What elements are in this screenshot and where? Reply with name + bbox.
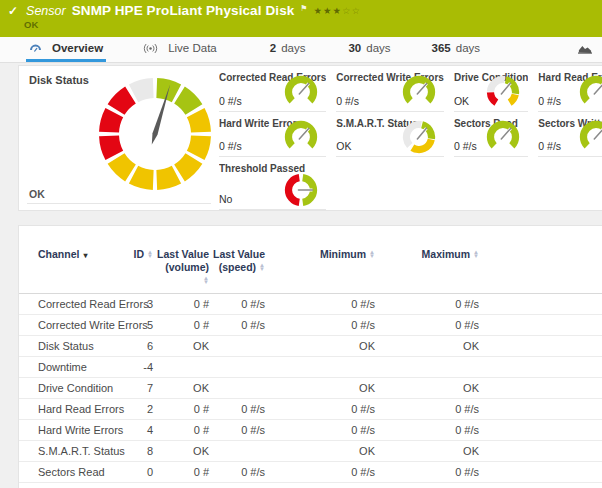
tile-gauge [579, 75, 602, 109]
filler-cell [481, 420, 602, 441]
flag-icon[interactable]: ⚑ [300, 4, 307, 13]
channel-row-hard-write-errors[interactable]: Hard Write Errors40 #0 #/s0 #/s0 #/s [19, 420, 602, 441]
column-header-channel[interactable]: Channel▾ [19, 242, 123, 294]
channel-value-cell: 0 # [155, 399, 211, 420]
filler-cell [481, 315, 602, 336]
channel-value-cell [267, 357, 377, 378]
primary-channel-value: OK [29, 188, 45, 200]
tab-365-days[interactable]: 365days [424, 37, 483, 62]
channel-row-sectors-read[interactable]: Sectors Read00 #0 #/s0 #/s0 #/s [19, 462, 602, 483]
channel-row-corrected-write-errors[interactable]: Corrected Write Errors50 #0 #/s0 #/s0 #/… [19, 315, 602, 336]
sort-both-icon: ▲▼ [259, 263, 265, 272]
channel-gauge-tile-drive-condition[interactable]: Drive Condition OK [454, 66, 528, 112]
gauge-icon [29, 43, 42, 54]
channel-value-cell: 2 [123, 399, 155, 420]
channel-row-disk-status[interactable]: Disk Status6OKOKOK [19, 336, 602, 357]
sort-both-icon: ▲▼ [473, 250, 479, 259]
tab-live-data[interactable]: Live Data [140, 37, 220, 62]
channel-gauge-tile-threshold-passed[interactable]: Threshold Passed No [219, 157, 326, 210]
channel-row-drive-condition[interactable]: Drive Condition7OKOKOK [19, 378, 602, 399]
channel-value-cell: 0 #/s [211, 462, 267, 483]
channel-row-downtime[interactable]: Downtime-4 [19, 357, 602, 378]
tile-channel-value: 0 #/s [538, 140, 561, 152]
filler-cell [481, 399, 602, 420]
channel-value-cell: OK [155, 378, 211, 399]
filler-cell [481, 441, 602, 462]
channel-value-cell: 0 #/s [267, 420, 377, 441]
channel-gauge-tile-sectors-read[interactable]: Sectors Read 0 #/s [454, 112, 528, 157]
channel-value-cell [377, 357, 481, 378]
channel-value-cell: 0 #/s [377, 399, 481, 420]
filler-cell [481, 483, 602, 488]
tab-2-days[interactable]: 2days [262, 37, 309, 62]
channel-name-cell[interactable]: Corrected Write Errors [19, 315, 123, 336]
channel-name-cell[interactable]: Drive Condition [19, 378, 123, 399]
sort-both-icon: ▲▼ [203, 276, 209, 285]
channel-row-s-m-a-r-t-status[interactable]: S.M.A.R.T. Status8OKOKOK [19, 441, 602, 462]
channel-name-cell[interactable]: Disk Status [19, 336, 123, 357]
channel-row-hard-read-errors[interactable]: Hard Read Errors20 #0 #/s0 #/s0 #/s [19, 399, 602, 420]
channel-value-cell: 1 [123, 483, 155, 488]
column-header-last-value-volume-[interactable]: Last Value (volume)▲▼ [155, 242, 211, 294]
channel-name-cell[interactable]: Downtime [19, 357, 123, 378]
tile-gauge [402, 75, 436, 109]
channel-gauge-tile-sectors-written[interactable]: Sectors Written 0 #/s [538, 112, 602, 157]
column-header-id[interactable]: ID▲▼ [123, 242, 155, 294]
channel-gauge-tile-hard-read-errors[interactable]: Hard Read Errors 0 #/s [538, 66, 602, 112]
channel-value-cell: 0 #/s [377, 420, 481, 441]
channel-name-cell[interactable]: Sectors Written [19, 483, 123, 488]
column-header-minimum[interactable]: Minimum▲▼ [267, 242, 377, 294]
channel-value-cell: 0 [123, 462, 155, 483]
tab-30-days[interactable]: 30days [340, 37, 393, 62]
tile-gauge [284, 173, 318, 207]
channel-table: Channel▾ID▲▼Last Value (volume)▲▼Last Va… [19, 242, 602, 488]
tab-overview[interactable]: Overview [26, 37, 106, 62]
channel-name-cell[interactable]: Corrected Read Errors [19, 294, 123, 315]
filler-cell [481, 462, 602, 483]
sensor-status-text: OK [24, 19, 594, 30]
channel-value-cell: 0 # [155, 294, 211, 315]
tile-channel-value: No [219, 193, 232, 205]
channel-value-cell: 0 # [155, 462, 211, 483]
tile-gauge [284, 120, 318, 154]
channel-gauge-tile-s-m-a-r-t-status[interactable]: S.M.A.R.T. Status OK [336, 112, 444, 157]
tile-channel-value: OK [454, 95, 469, 107]
column-header-last-value-speed-[interactable]: Last Value (speed)▲▼ [211, 242, 267, 294]
stars-empty[interactable]: ☆☆ [342, 5, 361, 16]
tile-channel-value: 0 #/s [336, 95, 359, 107]
channel-gauge-tile-corrected-read-errors[interactable]: Corrected Read Errors 0 #/s [219, 66, 326, 112]
channel-row-corrected-read-errors[interactable]: Corrected Read Errors30 #0 #/s0 #/s0 #/s [19, 294, 602, 315]
broadcast-icon [143, 43, 158, 54]
channel-value-cell [155, 357, 211, 378]
sort-both-icon: ▲▼ [147, 250, 153, 259]
column-header-maximum[interactable]: Maximum▲▼ [377, 242, 481, 294]
historic-chart-icon [578, 43, 592, 54]
channel-name-cell[interactable]: S.M.A.R.T. Status [19, 441, 123, 462]
primary-channel-gauge[interactable]: Disk Status OK [27, 66, 211, 204]
channel-gauge-tile-hard-write-errors[interactable]: Hard Write Errors 0 #/s [219, 112, 326, 157]
channel-value-cell: 0 # [155, 483, 211, 488]
tab-bar: OverviewLive Data2days30days365daysHisto… [0, 37, 602, 63]
channel-name-cell[interactable]: Hard Read Errors [19, 399, 123, 420]
channel-value-cell: 0 #/s [377, 462, 481, 483]
channel-value-cell: OK [267, 378, 377, 399]
tile-gauge [579, 120, 602, 154]
tab-historic-data[interactable]: Historic Data [575, 37, 602, 62]
stars-filled[interactable]: ★★★ [314, 5, 343, 16]
channel-name-cell[interactable]: Hard Write Errors [19, 420, 123, 441]
channel-value-cell: OK [267, 336, 377, 357]
channel-value-cell: OK [155, 336, 211, 357]
priority-stars[interactable]: ★★★☆☆ [314, 5, 362, 16]
tile-gauge [284, 75, 318, 109]
channel-value-cell: 0 #/s [267, 315, 377, 336]
channel-row-sectors-written[interactable]: Sectors Written10 #0 #/s0 #/s0 #/s [19, 483, 602, 488]
gauges-panel: Disk Status OK Corrected Read Errors 0 #… [18, 65, 602, 211]
tile-channel-value: 0 #/s [219, 95, 242, 107]
channel-value-cell: 0 #/s [267, 294, 377, 315]
channel-gauge-tile-corrected-write-errors[interactable]: Corrected Write Errors 0 #/s [336, 66, 444, 112]
channel-name-cell[interactable]: Sectors Read [19, 462, 123, 483]
channel-value-cell: 0 #/s [211, 294, 267, 315]
channel-value-cell: 0 # [155, 420, 211, 441]
overview-content: Disk Status OK Corrected Read Errors 0 #… [0, 63, 602, 488]
filler-cell [481, 357, 602, 378]
